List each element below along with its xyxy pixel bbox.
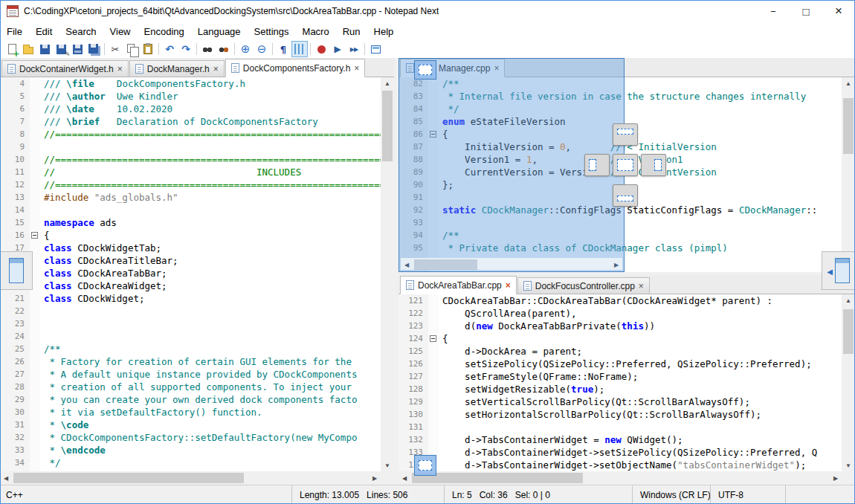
fold-margin bbox=[30, 166, 40, 178]
autohide-tab-left[interactable] bbox=[0, 251, 33, 290]
replace-button[interactable] bbox=[216, 41, 232, 57]
save-file-button[interactable] bbox=[36, 41, 53, 57]
scrollbar-thumb[interactable] bbox=[843, 309, 854, 354]
dock-drop-indicator-right[interactable] bbox=[641, 154, 666, 176]
code-line: 20class CDockAreaWidget; bbox=[0, 280, 381, 292]
tab-label: DockAreaTabBar.cpp bbox=[418, 280, 502, 291]
save-copy-icon bbox=[73, 45, 83, 54]
menu-item-language[interactable]: Language bbox=[191, 24, 248, 39]
code-text: * creation of all supported components. … bbox=[40, 381, 352, 393]
autohide-drop-bottom-icon[interactable] bbox=[414, 455, 436, 476]
menu-item-file[interactable]: File bbox=[0, 24, 29, 39]
code-line: 7/// \brief Declaration of DockComponent… bbox=[0, 115, 381, 128]
playback-macro-button[interactable] bbox=[329, 41, 346, 57]
tab-dockareatabbar-cpp[interactable]: DockAreaTabBar.cpp bbox=[400, 276, 517, 294]
new-file-button[interactable] bbox=[4, 41, 20, 57]
tab-dockmanager-h[interactable]: DockManager.h bbox=[129, 60, 225, 77]
code-editor[interactable]: 4/// \file DockComponentsFactory.h5/// \… bbox=[0, 77, 381, 471]
zoom-out-icon bbox=[257, 42, 267, 56]
autohide-drop-top-icon[interactable] bbox=[414, 60, 436, 80]
undo-button[interactable] bbox=[161, 41, 178, 57]
menu-item-view[interactable]: View bbox=[103, 24, 138, 39]
scroll-down-arrow-icon[interactable] bbox=[842, 459, 854, 471]
copy-button[interactable] bbox=[123, 41, 140, 57]
new-file-icon bbox=[8, 44, 16, 54]
scrollbar-thumb[interactable] bbox=[412, 473, 583, 483]
close-tab-icon[interactable] bbox=[213, 65, 219, 74]
scrollbar-thumb[interactable] bbox=[13, 473, 244, 483]
close-tab-icon[interactable] bbox=[506, 281, 511, 290]
zoom-in-button[interactable] bbox=[237, 41, 254, 57]
scroll-right-arrow-icon[interactable] bbox=[830, 472, 842, 484]
maximize-button[interactable] bbox=[790, 0, 822, 22]
close-tab-icon[interactable] bbox=[117, 65, 123, 74]
menu-item-help[interactable]: Help bbox=[367, 24, 401, 39]
menu-item-run[interactable]: Run bbox=[336, 24, 367, 39]
code-line: 130 setHorizontalScrollBarPolicy(Qt::Scr… bbox=[399, 408, 842, 421]
close-button[interactable] bbox=[822, 0, 855, 22]
code-line: 127 setFrameStyle(QFrame::NoFrame); bbox=[399, 370, 842, 383]
redo-button[interactable] bbox=[178, 41, 194, 57]
drop-right-icon bbox=[654, 159, 662, 171]
fold-marker[interactable] bbox=[430, 335, 436, 342]
scroll-up-arrow-icon[interactable] bbox=[381, 77, 393, 89]
record-macro-button[interactable] bbox=[313, 41, 329, 57]
scrollbar-thumb[interactable] bbox=[382, 91, 393, 161]
menu-item-search[interactable]: Search bbox=[59, 24, 103, 39]
zoom-out-button[interactable] bbox=[254, 41, 270, 57]
menu-item-settings[interactable]: Settings bbox=[248, 24, 296, 39]
save-as-button[interactable] bbox=[53, 41, 69, 57]
tab-dockcomponentsfactory-h[interactable]: DockComponentsFactory.h bbox=[225, 59, 366, 77]
fold-margin bbox=[30, 444, 40, 456]
fold-margin bbox=[30, 343, 40, 355]
code-text: class CDockAreaWidget; bbox=[40, 280, 167, 292]
save-all-button[interactable] bbox=[86, 41, 102, 57]
scroll-left-arrow-icon[interactable] bbox=[399, 472, 410, 484]
close-tab-icon[interactable] bbox=[354, 64, 359, 73]
dock-drop-indicator-center[interactable] bbox=[613, 154, 638, 176]
dock-drop-indicator-top[interactable] bbox=[613, 123, 638, 146]
app-icon bbox=[7, 5, 19, 17]
find-button[interactable] bbox=[199, 41, 216, 57]
line-number: 28 bbox=[0, 381, 30, 393]
horizontal-scrollbar[interactable] bbox=[399, 471, 842, 485]
scrollbar-thumb[interactable] bbox=[843, 98, 854, 154]
run-macro-button[interactable] bbox=[346, 41, 362, 57]
open-file-button[interactable] bbox=[20, 41, 36, 57]
line-number: 6 bbox=[0, 103, 30, 115]
horizontal-scrollbar[interactable] bbox=[0, 471, 381, 485]
vertical-scrollbar[interactable] bbox=[381, 77, 394, 471]
cut-button[interactable] bbox=[107, 41, 123, 57]
menu-item-macro[interactable]: Macro bbox=[296, 24, 336, 39]
dock-drop-indicator-left[interactable] bbox=[584, 154, 610, 176]
scroll-up-arrow-icon[interactable] bbox=[842, 77, 854, 89]
paste-button[interactable] bbox=[140, 41, 156, 57]
show-all-characters-button[interactable] bbox=[275, 41, 291, 57]
fold-margin bbox=[30, 456, 40, 469]
scroll-left-arrow-icon[interactable] bbox=[0, 472, 12, 484]
fold-marker[interactable] bbox=[31, 232, 38, 239]
tab-label: DockContainerWidget.h bbox=[19, 64, 114, 74]
tab-dockcontainerwidget-h[interactable]: DockContainerWidget.h bbox=[1, 60, 129, 77]
menu-item-edit[interactable]: Edit bbox=[29, 24, 59, 39]
save-copy-button[interactable] bbox=[69, 41, 86, 57]
close-tab-icon[interactable] bbox=[639, 282, 644, 291]
scroll-down-arrow-icon[interactable] bbox=[381, 459, 393, 471]
code-line: 132 d->TabsContainerWidget = new QWidget… bbox=[399, 433, 842, 446]
menu-item-encoding[interactable]: Encoding bbox=[138, 24, 191, 39]
dock-drop-indicator-bottom[interactable] bbox=[613, 184, 638, 207]
minimize-button[interactable] bbox=[757, 0, 790, 22]
code-text bbox=[40, 317, 44, 330]
distraction-free-button[interactable] bbox=[367, 41, 384, 57]
autohide-tab-right[interactable] bbox=[822, 251, 854, 290]
code-editor[interactable]: 121CDockAreaTabBar::CDockAreaTabBar(CDoc… bbox=[399, 294, 842, 471]
indent-guide-button[interactable] bbox=[291, 41, 308, 57]
vertical-scrollbar[interactable] bbox=[842, 77, 855, 272]
scroll-up-arrow-icon[interactable] bbox=[842, 294, 854, 306]
code-text: { bbox=[439, 332, 448, 345]
tab-dockfocuscontroller-cpp[interactable]: DockFocusController.cpp bbox=[517, 277, 650, 294]
scroll-right-arrow-icon[interactable] bbox=[369, 472, 381, 484]
vertical-scrollbar[interactable] bbox=[842, 294, 855, 471]
line-number: 25 bbox=[0, 343, 30, 355]
code-line: 9 bbox=[0, 140, 381, 153]
